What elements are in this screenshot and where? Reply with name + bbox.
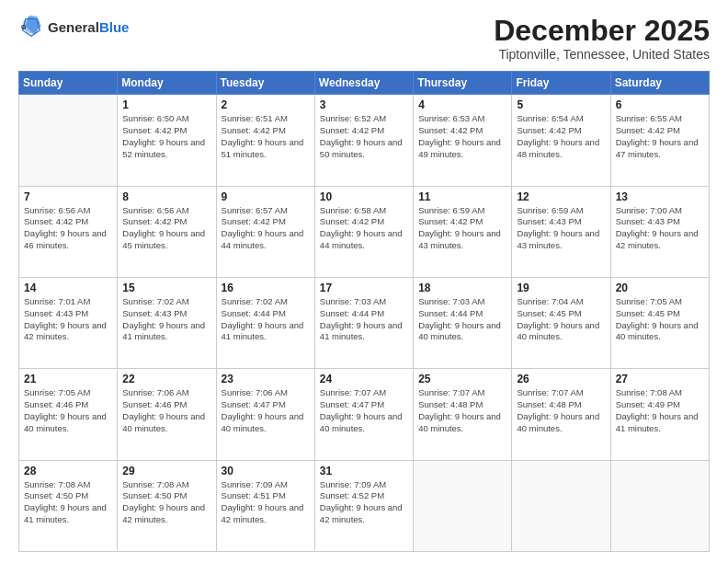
header-monday: Monday xyxy=(118,72,216,95)
calendar-cell: 9Sunrise: 6:57 AMSunset: 4:42 PMDaylight… xyxy=(216,186,314,277)
day-info: Sunrise: 7:01 AMSunset: 4:43 PMDaylight:… xyxy=(24,296,112,343)
calendar-cell: 12Sunrise: 6:59 AMSunset: 4:43 PMDayligh… xyxy=(512,186,610,277)
day-info: Sunrise: 6:52 AMSunset: 4:42 PMDaylight:… xyxy=(320,113,408,160)
day-info: Sunrise: 7:09 AMSunset: 4:52 PMDaylight:… xyxy=(320,479,408,526)
day-number: 28 xyxy=(24,465,112,477)
calendar-cell: 28Sunrise: 7:08 AMSunset: 4:50 PMDayligh… xyxy=(19,460,118,551)
calendar-cell xyxy=(610,460,709,551)
day-number: 20 xyxy=(616,282,704,294)
calendar-table: Sunday Monday Tuesday Wednesday Thursday… xyxy=(18,71,710,552)
day-number: 23 xyxy=(222,373,310,385)
day-info: Sunrise: 6:56 AMSunset: 4:42 PMDaylight:… xyxy=(122,205,210,252)
calendar-week-row: 28Sunrise: 7:08 AMSunset: 4:50 PMDayligh… xyxy=(19,460,710,551)
calendar-cell: 21Sunrise: 7:05 AMSunset: 4:46 PMDayligh… xyxy=(19,369,118,460)
calendar-cell: 13Sunrise: 7:00 AMSunset: 4:43 PMDayligh… xyxy=(610,186,709,277)
day-info: Sunrise: 7:06 AMSunset: 4:47 PMDaylight:… xyxy=(222,387,310,434)
calendar-cell: 11Sunrise: 6:59 AMSunset: 4:42 PMDayligh… xyxy=(414,186,512,277)
calendar-cell: 19Sunrise: 7:04 AMSunset: 4:45 PMDayligh… xyxy=(512,277,610,368)
day-number: 10 xyxy=(320,190,408,203)
day-number: 15 xyxy=(122,282,210,294)
calendar-cell: 4Sunrise: 6:53 AMSunset: 4:42 PMDaylight… xyxy=(414,95,512,186)
logo: G GeneralBlue xyxy=(18,15,129,40)
month-title: December 2025 xyxy=(494,15,710,47)
day-info: Sunrise: 7:07 AMSunset: 4:48 PMDaylight:… xyxy=(517,387,605,434)
header: G GeneralBlue December 2025 Tiptonville,… xyxy=(18,15,710,62)
calendar-cell: 24Sunrise: 7:07 AMSunset: 4:47 PMDayligh… xyxy=(314,369,413,460)
day-info: Sunrise: 7:08 AMSunset: 4:49 PMDaylight:… xyxy=(616,387,704,434)
header-saturday: Saturday xyxy=(610,72,709,95)
day-number: 14 xyxy=(24,282,112,294)
calendar-cell: 22Sunrise: 7:06 AMSunset: 4:46 PMDayligh… xyxy=(118,369,216,460)
day-number: 6 xyxy=(616,98,704,111)
day-info: Sunrise: 7:03 AMSunset: 4:44 PMDaylight:… xyxy=(320,296,408,343)
weekday-header-row: Sunday Monday Tuesday Wednesday Thursday… xyxy=(19,72,710,95)
day-info: Sunrise: 7:06 AMSunset: 4:46 PMDaylight:… xyxy=(122,387,210,434)
day-info: Sunrise: 6:53 AMSunset: 4:42 PMDaylight:… xyxy=(418,113,506,160)
calendar-week-row: 14Sunrise: 7:01 AMSunset: 4:43 PMDayligh… xyxy=(19,277,710,368)
day-number: 7 xyxy=(24,190,112,203)
day-info: Sunrise: 7:02 AMSunset: 4:44 PMDaylight:… xyxy=(222,296,310,343)
calendar-cell: 7Sunrise: 6:56 AMSunset: 4:42 PMDaylight… xyxy=(19,186,118,277)
header-thursday: Thursday xyxy=(414,72,512,95)
day-number: 18 xyxy=(418,282,506,294)
day-number: 3 xyxy=(320,98,408,111)
logo-text: GeneralBlue xyxy=(48,18,129,37)
day-info: Sunrise: 6:50 AMSunset: 4:42 PMDaylight:… xyxy=(122,113,210,160)
day-info: Sunrise: 7:03 AMSunset: 4:44 PMDaylight:… xyxy=(418,296,506,343)
calendar-cell: 26Sunrise: 7:07 AMSunset: 4:48 PMDayligh… xyxy=(512,369,610,460)
day-number: 4 xyxy=(418,98,506,111)
day-number: 11 xyxy=(418,190,506,203)
day-info: Sunrise: 6:51 AMSunset: 4:42 PMDaylight:… xyxy=(222,113,310,160)
day-number: 12 xyxy=(517,190,605,203)
calendar-week-row: 21Sunrise: 7:05 AMSunset: 4:46 PMDayligh… xyxy=(19,369,710,460)
calendar-cell xyxy=(512,460,610,551)
calendar-cell: 6Sunrise: 6:55 AMSunset: 4:42 PMDaylight… xyxy=(610,95,709,186)
calendar-cell: 10Sunrise: 6:58 AMSunset: 4:42 PMDayligh… xyxy=(314,186,413,277)
calendar-cell: 20Sunrise: 7:05 AMSunset: 4:45 PMDayligh… xyxy=(610,277,709,368)
location-subtitle: Tiptonville, Tennessee, United States xyxy=(494,47,710,62)
header-friday: Friday xyxy=(512,72,610,95)
day-info: Sunrise: 6:54 AMSunset: 4:42 PMDaylight:… xyxy=(517,113,605,160)
day-info: Sunrise: 6:57 AMSunset: 4:42 PMDaylight:… xyxy=(222,205,310,252)
day-number: 2 xyxy=(222,98,310,111)
calendar-cell: 15Sunrise: 7:02 AMSunset: 4:43 PMDayligh… xyxy=(118,277,216,368)
day-number: 8 xyxy=(122,190,210,203)
day-info: Sunrise: 7:04 AMSunset: 4:45 PMDaylight:… xyxy=(517,296,605,343)
day-number: 31 xyxy=(320,465,408,477)
day-number: 25 xyxy=(418,373,506,385)
day-number: 1 xyxy=(122,98,210,111)
calendar-cell: 30Sunrise: 7:09 AMSunset: 4:51 PMDayligh… xyxy=(216,460,314,551)
day-info: Sunrise: 6:58 AMSunset: 4:42 PMDaylight:… xyxy=(320,205,408,252)
calendar-cell: 1Sunrise: 6:50 AMSunset: 4:42 PMDaylight… xyxy=(118,95,216,186)
day-info: Sunrise: 7:05 AMSunset: 4:46 PMDaylight:… xyxy=(24,387,112,434)
day-info: Sunrise: 7:00 AMSunset: 4:43 PMDaylight:… xyxy=(616,205,704,252)
day-number: 16 xyxy=(222,282,310,294)
header-tuesday: Tuesday xyxy=(216,72,314,95)
page: G GeneralBlue December 2025 Tiptonville,… xyxy=(0,0,728,563)
day-info: Sunrise: 6:56 AMSunset: 4:42 PMDaylight:… xyxy=(24,205,112,252)
day-info: Sunrise: 7:08 AMSunset: 4:50 PMDaylight:… xyxy=(122,479,210,526)
day-info: Sunrise: 7:05 AMSunset: 4:45 PMDaylight:… xyxy=(616,296,704,343)
calendar-cell: 2Sunrise: 6:51 AMSunset: 4:42 PMDaylight… xyxy=(216,95,314,186)
calendar-week-row: 7Sunrise: 6:56 AMSunset: 4:42 PMDaylight… xyxy=(19,186,710,277)
day-info: Sunrise: 6:59 AMSunset: 4:43 PMDaylight:… xyxy=(517,205,605,252)
calendar-cell: 5Sunrise: 6:54 AMSunset: 4:42 PMDaylight… xyxy=(512,95,610,186)
day-number: 27 xyxy=(616,373,704,385)
day-info: Sunrise: 7:09 AMSunset: 4:51 PMDaylight:… xyxy=(222,479,310,526)
calendar-cell: 23Sunrise: 7:06 AMSunset: 4:47 PMDayligh… xyxy=(216,369,314,460)
day-info: Sunrise: 7:02 AMSunset: 4:43 PMDaylight:… xyxy=(122,296,210,343)
calendar-cell: 31Sunrise: 7:09 AMSunset: 4:52 PMDayligh… xyxy=(314,460,413,551)
day-info: Sunrise: 7:07 AMSunset: 4:48 PMDaylight:… xyxy=(418,387,506,434)
calendar-cell: 27Sunrise: 7:08 AMSunset: 4:49 PMDayligh… xyxy=(610,369,709,460)
calendar-cell: 8Sunrise: 6:56 AMSunset: 4:42 PMDaylight… xyxy=(118,186,216,277)
calendar-cell: 17Sunrise: 7:03 AMSunset: 4:44 PMDayligh… xyxy=(314,277,413,368)
header-wednesday: Wednesday xyxy=(314,72,413,95)
calendar-cell: 25Sunrise: 7:07 AMSunset: 4:48 PMDayligh… xyxy=(414,369,512,460)
day-number: 13 xyxy=(616,190,704,203)
day-info: Sunrise: 7:07 AMSunset: 4:47 PMDaylight:… xyxy=(320,387,408,434)
calendar-cell xyxy=(414,460,512,551)
day-info: Sunrise: 6:59 AMSunset: 4:42 PMDaylight:… xyxy=(418,205,506,252)
day-number: 21 xyxy=(24,373,112,385)
day-number: 5 xyxy=(517,98,605,111)
calendar-cell: 3Sunrise: 6:52 AMSunset: 4:42 PMDaylight… xyxy=(314,95,413,186)
